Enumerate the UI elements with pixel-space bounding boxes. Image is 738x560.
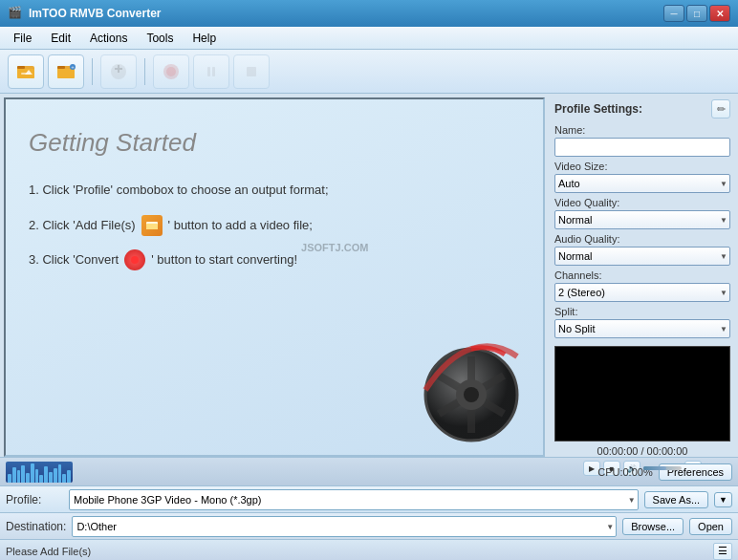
open-file-icon bbox=[15, 61, 36, 82]
step-3-text-after: ' button to start converting! bbox=[151, 247, 297, 274]
time-total: 00:00:00 bbox=[647, 445, 688, 457]
svg-rect-14 bbox=[247, 67, 256, 76]
title-bar: 🎬 ImTOO RMVB Converter ─ □ ✕ bbox=[0, 0, 738, 27]
destination-row: Destination: D:\Other Browse... Open bbox=[0, 512, 738, 539]
status-text: Please Add File(s) bbox=[6, 546, 713, 557]
open-button[interactable]: Open bbox=[689, 518, 732, 535]
svg-rect-12 bbox=[207, 67, 210, 76]
waveform-bar bbox=[31, 463, 34, 483]
video-quality-select[interactable]: Normal High Low bbox=[554, 210, 730, 229]
left-panel: Getting Started 1. Click 'Profile' combo… bbox=[4, 97, 545, 457]
main-content: Getting Started 1. Click 'Profile' combo… bbox=[0, 94, 738, 457]
profile-select-wrapper: Mobile Phone 3GP Video - Mono (*.3gp) bbox=[69, 489, 639, 510]
status-icon-button[interactable]: ☰ bbox=[713, 543, 732, 560]
minimize-button[interactable]: ─ bbox=[663, 5, 684, 22]
svg-rect-13 bbox=[212, 67, 215, 76]
destination-select[interactable]: D:\Other bbox=[72, 516, 617, 537]
window-title: ImTOO RMVB Converter bbox=[29, 7, 663, 20]
channels-select[interactable]: 2 (Stereo) 1 (Mono) bbox=[554, 283, 730, 302]
destination-label: Destination: bbox=[6, 520, 66, 533]
channels-select-wrapper: 2 (Stereo) 1 (Mono) bbox=[554, 283, 730, 302]
profile-row: Profile: Mobile Phone 3GP Video - Mono (… bbox=[0, 485, 738, 512]
svg-rect-6 bbox=[57, 66, 65, 69]
toolbar-separator-2 bbox=[144, 58, 145, 85]
waveform-bar bbox=[58, 464, 62, 483]
time-display: 00:00:00 / 00:00:00 bbox=[554, 445, 730, 457]
svg-rect-2 bbox=[17, 66, 25, 69]
waveform-bar bbox=[26, 473, 30, 483]
destination-input-wrapper: D:\Other bbox=[72, 516, 617, 537]
waveform-bars bbox=[6, 462, 73, 483]
menu-help[interactable]: Help bbox=[183, 30, 226, 47]
getting-started-title: Getting Started bbox=[29, 128, 520, 158]
name-label: Name: bbox=[554, 124, 730, 136]
step-1: 1. Click 'Profile' combobox to choose an… bbox=[29, 177, 520, 205]
film-reel-container bbox=[419, 337, 524, 445]
video-size-select-wrapper: Auto 176x144 320x240 640x480 bbox=[554, 174, 730, 193]
name-input[interactable] bbox=[554, 138, 730, 157]
step-2-text-after: ' button to add a video file; bbox=[168, 212, 313, 240]
video-preview bbox=[554, 346, 730, 442]
split-label: Split: bbox=[554, 306, 730, 317]
convert-button[interactable] bbox=[153, 54, 189, 89]
menu-tools[interactable]: Tools bbox=[137, 30, 183, 47]
save-as-button[interactable]: Save As... bbox=[644, 491, 709, 508]
step-3-text-before: 3. Click 'Convert bbox=[29, 247, 119, 274]
step-2-text-before: 2. Click 'Add File(s) bbox=[29, 212, 136, 240]
menu-bar: File Edit Actions Tools Help bbox=[0, 27, 738, 50]
menu-actions[interactable]: Actions bbox=[80, 30, 137, 47]
watermark-text: JSOFTJ.COM bbox=[301, 242, 368, 253]
convert-icon bbox=[161, 61, 182, 82]
profile-settings-label: Profile Settings: bbox=[554, 102, 642, 116]
video-size-select[interactable]: Auto 176x144 320x240 640x480 bbox=[554, 174, 730, 193]
video-quality-select-wrapper: Normal High Low bbox=[554, 210, 730, 229]
pause-button[interactable] bbox=[193, 54, 229, 89]
profile-select[interactable]: Mobile Phone 3GP Video - Mono (*.3gp) bbox=[69, 489, 639, 510]
window-controls: ─ □ ✕ bbox=[663, 5, 730, 22]
waveform-bar bbox=[21, 465, 25, 483]
profile-settings-header: Profile Settings: ✏ bbox=[554, 99, 730, 118]
waveform-bar bbox=[62, 474, 66, 483]
close-button[interactable]: ✕ bbox=[709, 5, 730, 22]
svg-rect-5 bbox=[57, 69, 75, 78]
waveform-bar bbox=[67, 470, 71, 482]
split-select[interactable]: No Split By Size By Time bbox=[554, 319, 730, 338]
volume-slider[interactable] bbox=[643, 466, 682, 470]
toolbar-separator-1 bbox=[92, 58, 93, 85]
audio-quality-select-wrapper: Normal High Low bbox=[554, 247, 730, 266]
pause-icon bbox=[201, 61, 222, 82]
save-as-arrow-button[interactable]: ▼ bbox=[714, 492, 732, 507]
step-3: 3. Click 'Convert ' button to start conv… bbox=[29, 247, 520, 274]
open-file-button[interactable] bbox=[8, 54, 44, 89]
add-file-inline-icon bbox=[141, 215, 163, 236]
app-icon: 🎬 bbox=[8, 6, 23, 21]
waveform-bar bbox=[39, 475, 43, 483]
getting-started-panel: Getting Started 1. Click 'Profile' combo… bbox=[4, 97, 545, 457]
stop-icon bbox=[241, 61, 262, 82]
menu-file[interactable]: File bbox=[4, 30, 41, 47]
waveform-bar bbox=[49, 472, 53, 483]
waveform-bar bbox=[35, 469, 39, 482]
getting-started-steps: 1. Click 'Profile' combobox to choose an… bbox=[29, 177, 520, 274]
svg-point-11 bbox=[166, 67, 176, 76]
waveform-bar bbox=[44, 466, 48, 483]
channels-label: Channels: bbox=[554, 269, 730, 281]
edit-profile-button[interactable]: ✏ bbox=[711, 99, 730, 118]
svg-point-23 bbox=[464, 387, 479, 402]
add-file-button[interactable]: + bbox=[48, 54, 84, 89]
video-size-label: Video Size: bbox=[554, 161, 730, 172]
add-file-icon: + bbox=[55, 61, 76, 82]
convert-inline-icon bbox=[124, 249, 145, 270]
svg-text:+: + bbox=[71, 64, 75, 70]
audio-quality-label: Audio Quality: bbox=[554, 233, 730, 245]
menu-edit[interactable]: Edit bbox=[41, 30, 80, 47]
audio-quality-select[interactable]: Normal High Low bbox=[554, 247, 730, 266]
waveform-bar bbox=[17, 470, 21, 482]
browse-button[interactable]: Browse... bbox=[622, 518, 684, 535]
stop-button[interactable] bbox=[233, 54, 270, 89]
profile-row-label: Profile: bbox=[6, 493, 63, 506]
waveform-bar bbox=[54, 468, 57, 482]
add-folder-button[interactable] bbox=[100, 54, 137, 89]
film-reel-icon bbox=[419, 337, 524, 442]
maximize-button[interactable]: □ bbox=[686, 5, 707, 22]
